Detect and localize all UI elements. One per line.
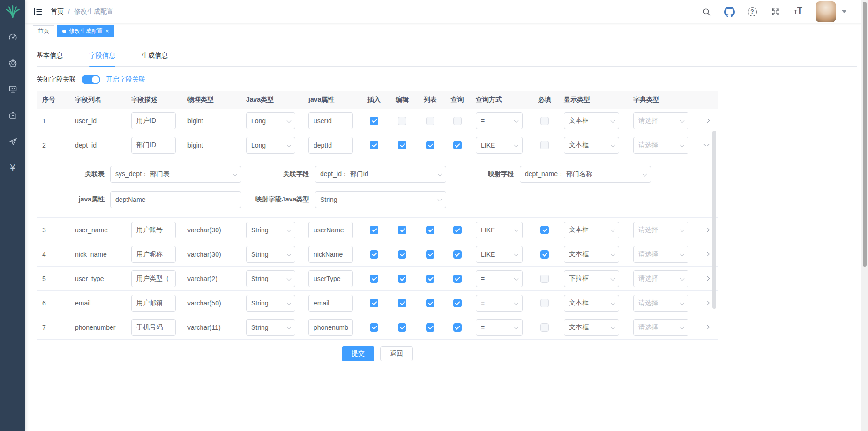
dict-type-select[interactable]: 请选择 <box>633 295 688 312</box>
expand-row-icon[interactable] <box>703 228 710 232</box>
required-checkbox[interactable] <box>540 226 549 234</box>
expand-row-icon[interactable] <box>703 325 710 329</box>
required-checkbox[interactable] <box>540 323 549 332</box>
insert-checkbox[interactable] <box>370 117 378 125</box>
query-type-select[interactable]: LIKE <box>476 137 523 154</box>
mapping-java-type-select[interactable]: String <box>315 191 446 208</box>
edit-checkbox[interactable] <box>398 226 406 234</box>
required-checkbox[interactable] <box>540 299 549 307</box>
query-type-select[interactable]: = <box>476 295 523 312</box>
expand-row-icon[interactable] <box>703 119 710 123</box>
relation-field-select[interactable]: dept_id： 部门id <box>315 166 446 183</box>
fullscreen-icon[interactable] <box>770 6 781 17</box>
required-checkbox[interactable] <box>540 250 549 259</box>
java-type-select[interactable]: String <box>246 295 295 312</box>
html-type-select[interactable]: 文本框 <box>564 112 619 129</box>
dict-type-select[interactable]: 请选择 <box>633 319 688 336</box>
back-button[interactable]: 返回 <box>380 346 413 361</box>
query-checkbox[interactable] <box>453 226 462 234</box>
java-field-input[interactable] <box>308 112 353 129</box>
java-field-input[interactable] <box>308 222 353 238</box>
desc-input[interactable] <box>131 246 176 263</box>
query-type-select[interactable]: LIKE <box>476 222 523 238</box>
dict-type-select[interactable]: 请选择 <box>633 137 688 154</box>
user-menu[interactable] <box>816 1 846 22</box>
required-checkbox[interactable] <box>540 141 549 149</box>
html-type-select[interactable]: 文本框 <box>564 137 619 154</box>
query-checkbox[interactable] <box>453 117 462 125</box>
question-icon[interactable]: ? <box>747 6 758 17</box>
mapping-field-select[interactable]: dept_name： 部门名称 <box>520 166 651 183</box>
list-checkbox[interactable] <box>426 226 434 234</box>
desc-input[interactable] <box>131 319 176 336</box>
edit-checkbox[interactable] <box>398 250 406 259</box>
java-field-input[interactable] <box>308 319 353 336</box>
desc-input[interactable] <box>131 137 176 154</box>
java-field-input[interactable] <box>308 270 353 287</box>
fold-menu-icon[interactable] <box>33 7 43 17</box>
app-logo[interactable] <box>0 0 25 23</box>
desc-input[interactable] <box>131 295 176 312</box>
query-checkbox[interactable] <box>453 323 462 332</box>
html-type-select[interactable]: 下拉框 <box>564 270 619 287</box>
edit-checkbox[interactable] <box>398 299 406 307</box>
expand-row-icon[interactable] <box>703 276 710 281</box>
query-checkbox[interactable] <box>453 250 462 259</box>
tab-basic-info[interactable]: 基本信息 <box>37 46 63 66</box>
html-type-select[interactable]: 文本框 <box>564 222 619 238</box>
close-tag-icon[interactable]: × <box>105 28 109 34</box>
query-checkbox[interactable] <box>453 299 462 307</box>
insert-checkbox[interactable] <box>370 226 378 234</box>
desc-input[interactable] <box>131 270 176 287</box>
edit-checkbox[interactable] <box>398 323 406 332</box>
list-checkbox[interactable] <box>426 299 434 307</box>
expand-row-icon[interactable] <box>703 301 710 305</box>
submit-button[interactable]: 提交 <box>342 346 374 361</box>
query-checkbox[interactable] <box>453 275 462 283</box>
java-type-select[interactable]: Long <box>246 112 295 129</box>
list-checkbox[interactable] <box>426 323 434 332</box>
java-type-select[interactable]: String <box>246 246 295 263</box>
list-checkbox[interactable] <box>426 117 434 125</box>
dict-type-select[interactable]: 请选择 <box>633 222 688 238</box>
sidebar-item-guide[interactable] <box>0 128 25 155</box>
github-icon[interactable] <box>724 6 735 17</box>
tab-gen-info[interactable]: 生成信息 <box>142 46 168 66</box>
html-type-select[interactable]: 文本框 <box>564 295 619 312</box>
relation-switch[interactable] <box>82 75 100 84</box>
java-field-input[interactable] <box>308 295 353 312</box>
list-checkbox[interactable] <box>426 275 434 283</box>
page-scrollbar-thumb[interactable] <box>863 2 867 267</box>
desc-input[interactable] <box>131 112 176 129</box>
expand-row-icon[interactable] <box>703 252 710 256</box>
dict-type-select[interactable]: 请选择 <box>633 112 688 129</box>
search-icon[interactable] <box>701 6 712 17</box>
expand-row-icon[interactable] <box>703 144 710 146</box>
edit-checkbox[interactable] <box>398 141 406 149</box>
required-checkbox[interactable] <box>540 275 549 283</box>
sidebar-item-system[interactable] <box>0 50 25 76</box>
java-field-input[interactable] <box>308 246 353 263</box>
sidebar-item-dashboard[interactable] <box>0 23 25 50</box>
java-type-select[interactable]: String <box>246 222 295 238</box>
dict-type-select[interactable]: 请选择 <box>633 246 688 263</box>
java-type-select[interactable]: Long <box>246 137 295 154</box>
insert-checkbox[interactable] <box>370 250 378 259</box>
java-field-input[interactable] <box>308 137 353 154</box>
java-type-select[interactable]: String <box>246 319 295 336</box>
font-size-icon[interactable]: TT <box>793 6 804 17</box>
tab-field-info[interactable]: 字段信息 <box>89 46 115 66</box>
insert-checkbox[interactable] <box>370 275 378 283</box>
sidebar-item-tool[interactable] <box>0 102 25 128</box>
list-checkbox[interactable] <box>426 250 434 259</box>
list-checkbox[interactable] <box>426 141 434 149</box>
edit-checkbox[interactable] <box>398 117 406 125</box>
sidebar-item-monitor[interactable] <box>0 76 25 102</box>
table-scrollbar-thumb[interactable] <box>712 131 716 309</box>
sidebar-item-pay[interactable]: ¥ <box>0 155 25 181</box>
relation-table-select[interactable]: sys_dept： 部门表 <box>110 166 241 183</box>
breadcrumb-home[interactable]: 首页 <box>51 7 64 16</box>
insert-checkbox[interactable] <box>370 141 378 149</box>
edit-checkbox[interactable] <box>398 275 406 283</box>
insert-checkbox[interactable] <box>370 323 378 332</box>
